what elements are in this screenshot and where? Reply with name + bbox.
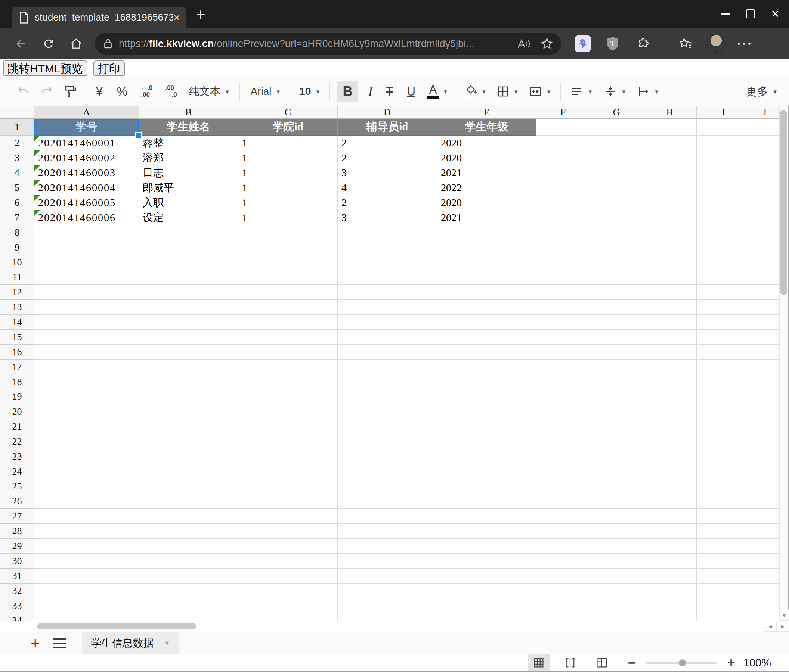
column-header-I[interactable]: I: [697, 107, 750, 119]
cell-B5[interactable]: 郎咸平: [139, 180, 238, 195]
row-header-27[interactable]: 27: [0, 509, 34, 524]
cell-I8[interactable]: [697, 225, 750, 240]
cell-C11[interactable]: [238, 270, 338, 285]
cell-A4[interactable]: 2020141460003: [34, 166, 139, 180]
merge-cells-button[interactable]: [529, 85, 542, 98]
cell-G20[interactable]: [590, 404, 643, 419]
lock-icon[interactable]: [102, 38, 113, 49]
cell-F1[interactable]: [537, 119, 590, 135]
cell-D24[interactable]: [338, 464, 437, 479]
cell-C2[interactable]: 1: [238, 135, 338, 150]
cell-B31[interactable]: [139, 568, 238, 583]
increase-decimal-button[interactable]: .00→.0: [165, 85, 177, 98]
cell-J13[interactable]: [750, 300, 779, 315]
cell-C1[interactable]: 学院id: [238, 119, 338, 135]
row-header-26[interactable]: 26: [0, 494, 34, 509]
zoom-out-button[interactable]: −: [628, 656, 636, 670]
row-header-11[interactable]: 11: [0, 270, 34, 285]
cell-E11[interactable]: [437, 270, 537, 285]
cell-A18[interactable]: [34, 374, 139, 389]
cell-A34[interactable]: [34, 613, 139, 621]
cell-H21[interactable]: [643, 419, 697, 434]
cell-H29[interactable]: [643, 539, 697, 554]
cell-F10[interactable]: [537, 255, 590, 270]
column-header-G[interactable]: G: [590, 107, 643, 119]
cell-C23[interactable]: [238, 449, 338, 464]
cell-I25[interactable]: [697, 479, 750, 494]
cell-H34[interactable]: [643, 613, 697, 621]
cell-G21[interactable]: [590, 419, 643, 434]
cell-H10[interactable]: [643, 255, 697, 270]
cell-J31[interactable]: [750, 568, 779, 583]
cell-C9[interactable]: [238, 240, 338, 255]
cell-C5[interactable]: 1: [238, 180, 338, 195]
cell-E4[interactable]: 2021: [437, 166, 537, 180]
cell-J30[interactable]: [750, 554, 779, 568]
browser-menu-icon[interactable]: [738, 43, 751, 45]
row-header-20[interactable]: 20: [0, 404, 34, 419]
cell-J14[interactable]: [750, 315, 779, 330]
cell-E15[interactable]: [437, 330, 537, 345]
cell-C28[interactable]: [238, 524, 338, 539]
thunder-extension-icon[interactable]: [575, 35, 591, 52]
cell-D32[interactable]: [338, 583, 437, 599]
select-all-corner[interactable]: [0, 107, 34, 119]
cell-I10[interactable]: [697, 255, 750, 270]
cell-J21[interactable]: [750, 419, 779, 434]
cell-I11[interactable]: [697, 270, 750, 285]
cell-F13[interactable]: [537, 300, 590, 315]
cell-C14[interactable]: [238, 315, 338, 330]
cell-F34[interactable]: [537, 613, 590, 621]
cell-I4[interactable]: [697, 166, 750, 180]
underline-button[interactable]: U: [407, 85, 415, 99]
spreadsheet-grid[interactable]: ABCDEFGHIJ1学号学生姓名学院id辅导员id学生年级2202014146…: [0, 107, 779, 621]
cell-I34[interactable]: [697, 613, 750, 621]
cell-A6[interactable]: 2020141460005: [34, 195, 139, 210]
cell-C13[interactable]: [238, 300, 338, 315]
cell-A26[interactable]: [34, 494, 139, 509]
chevron-down-icon[interactable]: ▼: [546, 89, 552, 95]
cell-H24[interactable]: [643, 464, 697, 479]
cell-D10[interactable]: [338, 255, 437, 270]
page-break-view-button[interactable]: [559, 654, 581, 671]
cell-E34[interactable]: [437, 613, 537, 621]
cell-C16[interactable]: [238, 345, 338, 360]
cell-G2[interactable]: [590, 135, 643, 150]
cell-E2[interactable]: 2020: [437, 135, 537, 150]
page-layout-view-button[interactable]: [591, 654, 613, 671]
cell-I16[interactable]: [697, 345, 750, 360]
cell-E23[interactable]: [437, 449, 537, 464]
cell-A14[interactable]: [34, 315, 139, 330]
column-header-A[interactable]: A: [34, 107, 139, 119]
cell-H27[interactable]: [643, 509, 697, 524]
cell-B29[interactable]: [139, 539, 238, 554]
cell-B28[interactable]: [139, 524, 238, 539]
cell-F7[interactable]: [537, 210, 590, 225]
cell-C22[interactable]: [238, 434, 338, 449]
cell-E3[interactable]: 2020: [437, 150, 537, 166]
cell-B1[interactable]: 学生姓名: [139, 119, 238, 135]
cell-J25[interactable]: [750, 479, 779, 494]
cell-E30[interactable]: [437, 554, 537, 568]
cell-H12[interactable]: [643, 285, 697, 300]
font-family-select[interactable]: Arial▼: [250, 86, 281, 97]
cell-E18[interactable]: [437, 374, 537, 389]
cell-I19[interactable]: [697, 389, 750, 404]
cell-E5[interactable]: 2022: [437, 180, 537, 195]
cell-G10[interactable]: [590, 255, 643, 270]
cell-J6[interactable]: [750, 195, 779, 210]
row-header-15[interactable]: 15: [0, 330, 34, 345]
cell-B8[interactable]: [139, 225, 238, 240]
cell-F26[interactable]: [537, 494, 590, 509]
cell-G31[interactable]: [590, 568, 643, 583]
cell-J32[interactable]: [750, 583, 779, 599]
row-header-30[interactable]: 30: [0, 554, 34, 568]
row-header-6[interactable]: 6: [0, 195, 34, 210]
cell-I2[interactable]: [697, 135, 750, 150]
cell-F14[interactable]: [537, 315, 590, 330]
cell-H26[interactable]: [643, 494, 697, 509]
cell-A12[interactable]: [34, 285, 139, 300]
cell-J27[interactable]: [750, 509, 779, 524]
cell-I27[interactable]: [697, 509, 750, 524]
cell-B20[interactable]: [139, 404, 238, 419]
